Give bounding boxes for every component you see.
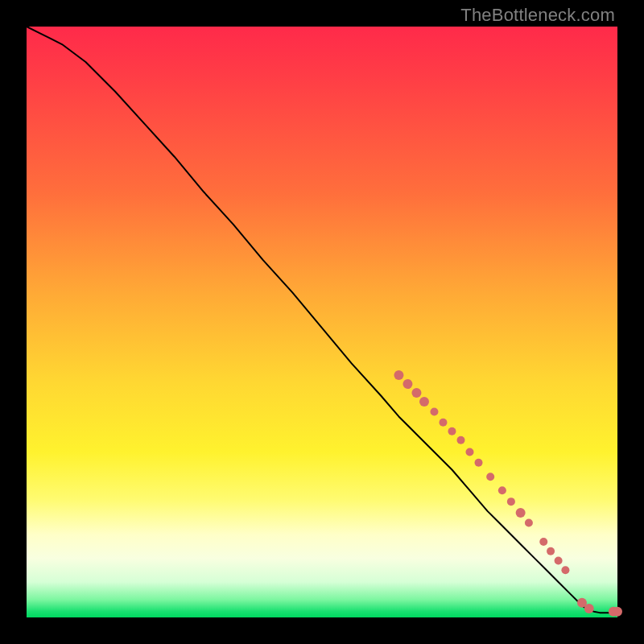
data-point-marker bbox=[419, 397, 429, 407]
data-point-marker bbox=[448, 427, 456, 436]
data-point-marker bbox=[411, 388, 421, 398]
data-point-marker bbox=[402, 379, 412, 389]
data-point-marker bbox=[561, 566, 569, 574]
data-point-marker bbox=[466, 448, 474, 456]
plot-area bbox=[27, 27, 617, 617]
data-point-marker bbox=[547, 547, 555, 555]
data-point-marker bbox=[430, 408, 438, 416]
data-point-marker bbox=[516, 508, 526, 518]
chart-frame: TheBottleneck.com bbox=[0, 0, 644, 644]
data-point-marker bbox=[394, 370, 403, 380]
data-point-marker bbox=[475, 459, 483, 467]
data-point-marker bbox=[498, 486, 506, 494]
data-markers bbox=[394, 370, 622, 617]
data-point-marker bbox=[439, 419, 447, 427]
data-point-marker bbox=[525, 519, 533, 527]
data-point-marker bbox=[555, 557, 563, 565]
data-point-marker bbox=[539, 538, 547, 546]
data-point-marker bbox=[584, 604, 594, 613]
data-point-marker bbox=[456, 436, 464, 444]
data-point-marker bbox=[507, 497, 515, 506]
watermark-text: TheBottleneck.com bbox=[460, 5, 615, 26]
data-point-marker bbox=[613, 607, 622, 617]
chart-svg bbox=[27, 27, 617, 617]
data-point-marker bbox=[486, 473, 494, 481]
